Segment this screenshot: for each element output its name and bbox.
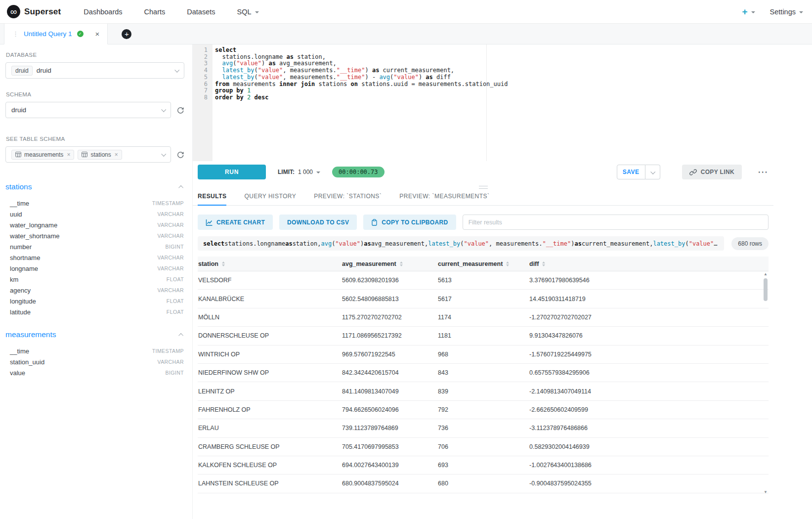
- save-dropdown-button[interactable]: [645, 165, 660, 179]
- schema-select[interactable]: druid: [5, 102, 171, 118]
- table-row[interactable]: MÖLLN1175.27027027027021174-1.2702702702…: [198, 308, 769, 327]
- limit-dropdown[interactable]: LIMIT: 1 000: [278, 169, 320, 175]
- database-value: druid: [37, 67, 51, 74]
- more-options-icon[interactable]: ⋯: [758, 166, 769, 178]
- scrollbar-thumb[interactable]: [764, 278, 768, 301]
- schema-value: druid: [11, 106, 26, 114]
- result-tab-query-history[interactable]: QUERY HISTORY: [244, 193, 296, 205]
- table-row[interactable]: KANALBRÜCKE5602.548096885813561714.45190…: [198, 290, 769, 308]
- database-field: DATABASE druid druid: [5, 52, 184, 79]
- print-margin-line: [486, 44, 487, 161]
- scroll-down-icon[interactable]: ▼: [763, 490, 769, 495]
- table-row[interactable]: CRAMBERG SCHLEUSE OP705.4170697995853706…: [198, 438, 769, 456]
- query-tab[interactable]: ⋮ Untitled Query 1 ✓ ×: [4, 24, 108, 44]
- sort-icon[interactable]: [222, 261, 225, 266]
- column-header-station[interactable]: station: [198, 260, 342, 267]
- column-row-water-longname: water_longnameVARCHAR: [5, 219, 184, 230]
- settings-dropdown[interactable]: Settings: [770, 8, 803, 16]
- run-button[interactable]: RUN: [198, 165, 266, 179]
- superset-logo[interactable]: ∞ Superset: [7, 5, 61, 18]
- remove-tag-icon[interactable]: ×: [115, 151, 118, 158]
- copy-link-button[interactable]: COPY LINK: [682, 165, 742, 179]
- table-row[interactable]: VELSDORF5609.62309820193656133.376901798…: [198, 271, 769, 290]
- nav-item-dashboards[interactable]: Dashboards: [84, 8, 122, 16]
- chevron-down-icon: [751, 11, 755, 13]
- refresh-tables-icon[interactable]: [176, 151, 184, 159]
- database-type-tag: druid: [11, 66, 33, 76]
- chevron-down-icon: [799, 11, 803, 13]
- result-tab-preview-measurements[interactable]: PREVIEW: `MEASUREMENTS`: [399, 193, 489, 205]
- scroll-up-icon[interactable]: ▲: [763, 272, 769, 277]
- filter-results-input[interactable]: [463, 215, 769, 230]
- results-table: stationavg_measurementcurrent_measuremen…: [198, 257, 769, 497]
- new-item-dropdown[interactable]: +: [742, 6, 755, 17]
- top-navbar: ∞ Superset DashboardsChartsDatasetsSQL +…: [0, 0, 812, 24]
- query-timer-badge: 00:00:00.73: [332, 167, 384, 177]
- result-tab-preview-stations[interactable]: PREVIEW: `STATIONS`: [314, 193, 382, 205]
- database-select[interactable]: druid druid: [5, 62, 184, 79]
- column-header-diff[interactable]: diff: [529, 260, 769, 267]
- pane-splitter[interactable]: [193, 183, 773, 192]
- table-row[interactable]: LEHNITZ OP841.1409813407049839-2.1409813…: [198, 382, 769, 400]
- table-section-header-stations[interactable]: stations: [5, 182, 183, 191]
- column-row-time: __timeTIMESTAMP: [5, 198, 184, 209]
- table-schema-sections: stations__timeTIMESTAMPuuidVARCHARwater_…: [5, 182, 184, 378]
- nav-item-datasets[interactable]: Datasets: [187, 8, 215, 16]
- table-row[interactable]: WINTRICH OP969.576071922545968-1.5760719…: [198, 346, 769, 364]
- superset-logo-icon: ∞: [7, 5, 20, 18]
- plus-icon: +: [742, 6, 747, 17]
- table-row[interactable]: FAHRENHOLZ OP794.6626506024096792-2.6626…: [198, 401, 769, 419]
- column-header-avg-measurement[interactable]: avg_measurement: [342, 260, 437, 267]
- table-row[interactable]: DONNERSCHLEUSE OP1171.086956521739211819…: [198, 327, 769, 345]
- sort-icon[interactable]: [506, 261, 509, 266]
- table-icon: [15, 152, 21, 157]
- table-schema-measurements: measurements__timeTIMESTAMPstation_uuidV…: [5, 330, 184, 378]
- table-row[interactable]: NIEDERFINOW SHW OP842.34244206157048430.…: [198, 364, 769, 382]
- table-multiselect[interactable]: measurements×stations×: [5, 146, 171, 163]
- clipboard-icon: [371, 219, 378, 226]
- column-row-agency: agencyVARCHAR: [5, 285, 184, 296]
- column-row-number: numberBIGINT: [5, 241, 184, 252]
- main-layout: DATABASE druid druid SCHEMA druid: [0, 44, 812, 519]
- table-schema-field: SEE TABLE SCHEMA measurements×stations×: [5, 136, 184, 163]
- table-tag-measurements[interactable]: measurements×: [11, 150, 74, 160]
- save-button[interactable]: SAVE: [617, 165, 645, 179]
- nav-item-sql[interactable]: SQL: [237, 8, 259, 16]
- chart-icon: [206, 219, 213, 226]
- refresh-schema-icon[interactable]: [176, 106, 184, 114]
- results-scrollbar[interactable]: ▲ ▼: [763, 272, 769, 495]
- chevron-down-icon: [650, 169, 655, 174]
- table-row[interactable]: KALKOFEN SCHLEUSE OP694.0027643400139693…: [198, 456, 769, 475]
- table-row[interactable]: LAHNSTEIN SCHLEUSE OP680.900483759502468…: [198, 475, 769, 493]
- chevron-down-icon: [174, 68, 179, 73]
- table-row[interactable]: ERLAU739.1123789764869736-3.112378976486…: [198, 419, 769, 437]
- close-tab-icon[interactable]: ×: [95, 30, 100, 38]
- save-split-button: SAVE: [617, 165, 660, 179]
- results-table-body: VELSDORF5609.62309820193656133.376901798…: [198, 271, 769, 493]
- query-success-icon: ✓: [77, 31, 84, 37]
- copy-to-clipboard-button[interactable]: COPY TO CLIPBOARD: [363, 215, 456, 230]
- download-csv-button[interactable]: DOWNLOAD TO CSV: [279, 215, 357, 230]
- sql-editor[interactable]: 12345678 select stations.longname as sta…: [193, 44, 773, 161]
- brand-name: Superset: [24, 7, 61, 17]
- nav-item-charts[interactable]: Charts: [144, 8, 166, 16]
- remove-tag-icon[interactable]: ×: [67, 151, 70, 158]
- column-header-current-measurement[interactable]: current_measurement: [437, 260, 529, 267]
- column-row-longname: longnameVARCHAR: [5, 263, 184, 274]
- add-tab-button[interactable]: +: [122, 29, 131, 39]
- column-row-time: __timeTIMESTAMP: [5, 346, 184, 356]
- table-tag-stations[interactable]: stations×: [78, 150, 122, 160]
- editor-tab-bar: ⋮ Untitled Query 1 ✓ × +: [0, 24, 812, 44]
- table-section-header-measurements[interactable]: measurements: [5, 330, 183, 339]
- results-table-header: stationavg_measurementcurrent_measuremen…: [198, 257, 769, 271]
- nav-right: + Settings: [742, 6, 803, 17]
- editor-code: select stations.longname as station, avg…: [213, 44, 508, 161]
- limit-value: 1 000: [298, 169, 313, 175]
- result-tab-results[interactable]: RESULTS: [198, 193, 226, 205]
- sort-icon[interactable]: [400, 261, 403, 266]
- sort-icon[interactable]: [542, 261, 545, 266]
- results-toolbar: CREATE CHART DOWNLOAD TO CSV COPY TO CLI…: [193, 215, 773, 230]
- chevron-down-icon: [161, 152, 166, 157]
- sql-lab-sidebar: DATABASE druid druid SCHEMA druid: [0, 44, 193, 519]
- create-chart-button[interactable]: CREATE CHART: [198, 215, 273, 230]
